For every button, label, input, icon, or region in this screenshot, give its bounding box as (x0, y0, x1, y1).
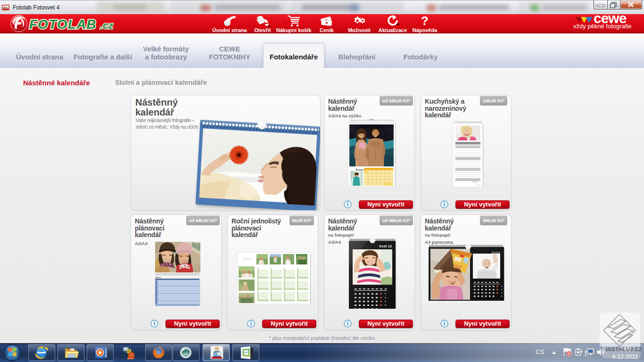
svg-text:Název: Název (156, 276, 161, 279)
svg-text:Květ 13: Květ 13 (379, 244, 392, 248)
svg-text:FOTOLAB: FOTOLAB (29, 17, 97, 32)
svg-text:Červen: Červen (355, 168, 363, 171)
svg-text:vždy pěkné fotografie: vždy pěkné fotografie (573, 23, 632, 30)
svg-text:CEWE: CEWE (476, 184, 481, 186)
svg-text:2013: 2013 (243, 257, 253, 261)
svg-text:2013: 2013 (472, 181, 478, 183)
svg-text:.cz: .cz (100, 20, 114, 31)
svg-text:?: ? (421, 15, 429, 27)
